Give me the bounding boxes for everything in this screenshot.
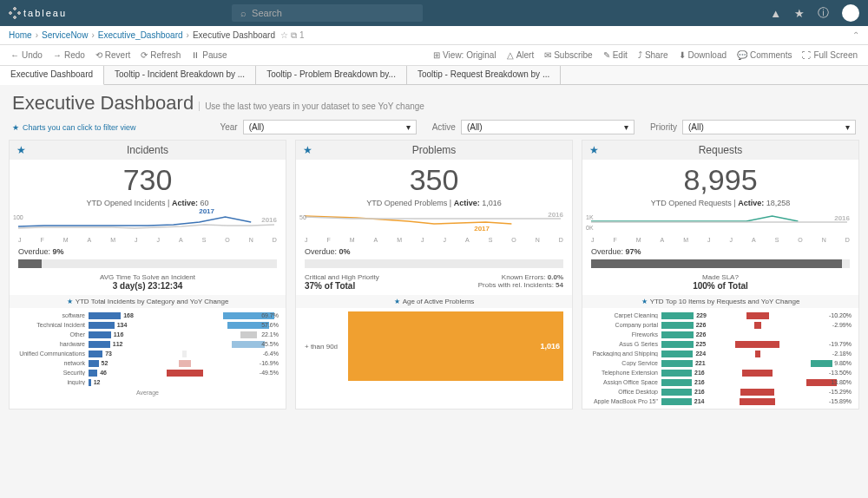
edit-button[interactable]: ✎Edit: [598, 50, 633, 60]
revert-button[interactable]: ⟲Revert: [90, 50, 135, 60]
search-icon: ⌕: [240, 8, 247, 18]
product-logo[interactable]: tableau: [9, 7, 67, 19]
yoy-row[interactable]: 13.80%: [726, 377, 853, 387]
breadcrumb-link[interactable]: Home: [9, 30, 32, 40]
bar-row[interactable]: software168: [15, 311, 142, 320]
bar-row[interactable]: Telephone Extension216: [588, 368, 715, 377]
tab-request-tooltip[interactable]: Tooltip - Request Breakdown by ...: [407, 66, 561, 84]
breadcrumb-link[interactable]: Executive_Dashboard: [98, 30, 183, 40]
fullscreen-icon: ⛶: [802, 50, 811, 60]
yoy-row[interactable]: -13.50%: [726, 368, 853, 377]
undo-icon: ←: [10, 50, 19, 60]
yoy-row[interactable]: 45.5%: [153, 339, 280, 349]
kpi-requests[interactable]: 8,995 YTD Opened Requests | Active: 18,2…: [582, 160, 858, 211]
age-bar: 1,016: [348, 311, 563, 381]
views-icon[interactable]: ⧉: [291, 30, 297, 41]
favorite-icon[interactable]: ★: [794, 7, 805, 20]
overdue-row: Overdue: 9%: [10, 246, 286, 258]
pause-button[interactable]: ⏸Pause: [186, 50, 232, 60]
bar-row[interactable]: Company portal226: [588, 320, 715, 330]
redo-button[interactable]: →Redo: [48, 50, 90, 60]
yoy-row[interactable]: -2.99%: [726, 320, 853, 330]
tableau-logo-icon: [9, 7, 21, 19]
alert-icon[interactable]: ▲: [770, 7, 781, 20]
bar-row[interactable]: Copy Service221: [588, 358, 715, 368]
bar-row[interactable]: Technical Incident134: [15, 320, 142, 330]
filter-year-label: Year: [220, 122, 237, 132]
requests-trend-chart[interactable]: 1K 0K 2016 JFMAMJJASOND: [591, 213, 850, 244]
tab-incident-tooltip[interactable]: Tooltip - Incident Breakdown by ...: [104, 66, 256, 84]
yoy-row[interactable]: 69.7%: [153, 311, 280, 320]
overdue-bar[interactable]: [305, 259, 563, 268]
avatar[interactable]: [842, 4, 859, 22]
incidents-category-chart[interactable]: software168Technical Incident134Other116…: [10, 308, 148, 390]
app-header: tableau ⌕ Search ▲ ★ ⓘ: [0, 0, 868, 26]
bar-row[interactable]: Security46: [15, 368, 142, 377]
yoy-row[interactable]: [153, 377, 280, 387]
svg-rect-5: [10, 11, 11, 15]
bar-row[interactable]: inquiry12: [15, 377, 142, 387]
view-button[interactable]: ⊞View: Original: [428, 50, 502, 60]
yoy-row[interactable]: -49.5%: [153, 368, 280, 377]
bar-row[interactable]: Unified Communications73: [15, 349, 142, 358]
problems-trend-chart[interactable]: 50 2017 2016 JFMAMJJASOND: [305, 213, 563, 244]
search-placeholder: Search: [252, 8, 282, 18]
panel-incidents: ★Incidents 730 YTD Opened Incidents | Ac…: [9, 140, 286, 410]
subscribe-button[interactable]: ✉Subscribe: [539, 50, 597, 60]
yoy-row[interactable]: 22.1%: [153, 330, 280, 339]
yoy-row[interactable]: -2.18%: [726, 349, 853, 358]
requests-yoy-chart[interactable]: -10.20%-2.99%-19.79%-2.18%9.80%-13.50%13…: [720, 308, 858, 409]
toolbar: ←Undo →Redo ⟲Revert ⟳Refresh ⏸Pause ⊞Vie…: [0, 45, 868, 66]
kpi-problems[interactable]: 350 YTD Opened Problems | Active: 1,016: [296, 160, 572, 211]
yoy-row[interactable]: -6.4%: [153, 349, 280, 358]
yoy-row[interactable]: -16.9%: [153, 358, 280, 368]
bar-row[interactable]: Fireworks226: [588, 330, 715, 339]
age-chart[interactable]: + than 90d 1,016: [305, 311, 563, 381]
info-icon[interactable]: ⓘ: [818, 5, 829, 21]
incidents-yoy-chart[interactable]: 69.7%57.6%22.1%45.5%-6.4%-16.9%-49.5%: [148, 308, 286, 390]
bar-row[interactable]: Asus G Series225: [588, 339, 715, 349]
stat-avg-time: AVG Time To Solve an Incident 3 day(s) 2…: [10, 272, 286, 292]
yoy-row[interactable]: -19.79%: [726, 339, 853, 349]
yoy-row[interactable]: 9.80%: [726, 358, 853, 368]
yoy-row[interactable]: -15.89%: [726, 396, 853, 406]
overdue-bar[interactable]: [18, 259, 277, 268]
filter-year-select[interactable]: (All)▾: [243, 120, 417, 134]
comments-button[interactable]: 💬Comments: [732, 50, 797, 60]
refresh-button[interactable]: ⟳Refresh: [135, 50, 186, 60]
requests-top10-chart[interactable]: Carpet Cleaning229Company portal226Firew…: [582, 308, 720, 409]
bar-row[interactable]: Assign Office Space216: [588, 377, 715, 387]
filter-hint: ★Charts you can click to filter view: [12, 123, 136, 132]
download-button[interactable]: ⬇Download: [674, 50, 732, 60]
bar-row[interactable]: Apple MacBook Pro 15"214: [588, 396, 715, 406]
filter-active-select[interactable]: (All)▾: [461, 120, 635, 134]
incidents-trend-chart[interactable]: 100 2017 2016 JFMAMJJASOND: [18, 213, 277, 244]
yoy-row[interactable]: -15.29%: [726, 387, 853, 396]
yoy-row[interactable]: [726, 330, 853, 339]
bar-row[interactable]: network52: [15, 358, 142, 368]
download-icon: ⬇: [679, 50, 686, 60]
tab-executive[interactable]: Executive Dashboard: [0, 66, 104, 85]
header-actions: ▲ ★ ⓘ: [770, 4, 859, 22]
breadcrumb-link[interactable]: ServiceNow: [42, 30, 88, 40]
bar-row[interactable]: Carpet Cleaning229: [588, 311, 715, 320]
star-icon[interactable]: ☆: [280, 30, 288, 41]
search-input[interactable]: ⌕ Search: [232, 4, 423, 22]
yoy-row[interactable]: 57.6%: [153, 320, 280, 330]
alert-button[interactable]: △Alert: [502, 50, 540, 60]
chevron-up-icon[interactable]: ⌃: [852, 30, 859, 40]
share-button[interactable]: ⤴Share: [633, 50, 674, 60]
panel-requests: ★Requests 8,995 YTD Opened Requests | Ac…: [582, 140, 859, 410]
bar-row[interactable]: Office Desktop216: [588, 387, 715, 396]
yoy-row[interactable]: -10.20%: [726, 311, 853, 320]
bar-row[interactable]: hardware112: [15, 339, 142, 349]
bar-row[interactable]: Packaging and Shipping224: [588, 349, 715, 358]
tab-problem-tooltip[interactable]: Tooltip - Problem Breakdown by...: [256, 66, 407, 84]
fullscreen-button[interactable]: ⛶Full Screen: [797, 50, 863, 60]
overdue-bar[interactable]: [591, 259, 850, 268]
kpi-incidents[interactable]: 730 YTD Opened Incidents | Active: 60: [10, 160, 286, 211]
filter-priority-select[interactable]: (All)▾: [682, 120, 856, 134]
undo-button[interactable]: ←Undo: [5, 50, 48, 60]
panel-head: ★Incidents: [10, 141, 286, 160]
bar-row[interactable]: Other116: [15, 330, 142, 339]
